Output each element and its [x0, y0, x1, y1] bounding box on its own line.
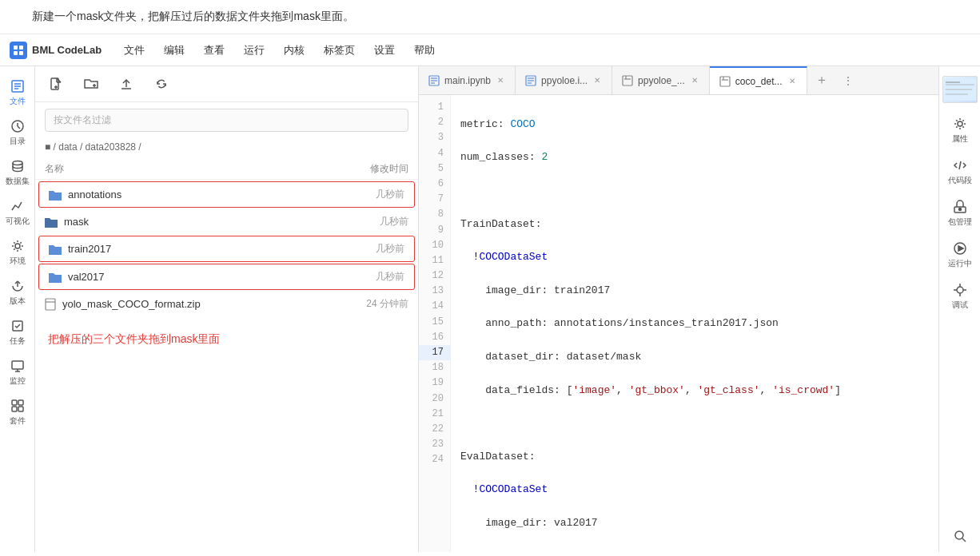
app-title: BML CodeLab	[32, 44, 102, 56]
tab-coco-det-close[interactable]: ✕	[787, 76, 797, 86]
right-sidebar-search[interactable]	[953, 529, 967, 546]
file-list: annotations 几秒前 mask 几秒前 train	[35, 180, 418, 552]
tab-ppyoloe1-close[interactable]: ✕	[592, 75, 602, 85]
file-time-mask: 几秒前	[380, 215, 408, 228]
code-line-7: anno_path: annotations/instances_train20…	[460, 316, 929, 332]
menu-run[interactable]: 运行	[234, 34, 274, 66]
sidebar-item-monitor[interactable]: 监控	[0, 352, 35, 392]
sidebar-item-files[interactable]: 文件	[0, 73, 35, 113]
svg-rect-45	[720, 77, 730, 86]
logo-icon	[10, 42, 27, 59]
tab-add-button[interactable]: ＋	[807, 72, 836, 89]
right-sidebar-debug[interactable]: 调试	[939, 276, 981, 317]
folder-name-mask: mask	[64, 216, 89, 228]
thumbnail-preview	[942, 76, 978, 103]
tab-coco-det[interactable]: coco_det... ✕	[710, 66, 807, 95]
menu-file[interactable]: 文件	[114, 34, 154, 66]
tab-ppyoloe2-close[interactable]: ✕	[690, 75, 699, 85]
file-time-annotations: 几秒前	[376, 188, 404, 201]
menu-kernel[interactable]: 内核	[274, 34, 314, 66]
upload-button[interactable]	[115, 73, 137, 95]
file-name-zip: yolo_mask_COCO_format.zip	[62, 298, 201, 310]
file-panel: 按文件名过滤 ■ / data / data203828 / 名称 修改时间 a…	[35, 66, 419, 552]
svg-rect-19	[18, 400, 23, 405]
sidebar-label-monitor: 监控	[10, 375, 26, 387]
right-sidebar-properties[interactable]: 属性	[939, 109, 981, 151]
tab-ppyoloe1[interactable]: ppyoloe.i... ✕	[516, 66, 612, 95]
code-content[interactable]: metric: COCO num_classes: 2 TrainDataset…	[451, 95, 938, 552]
file-time-zip: 24 分钟前	[366, 297, 408, 311]
file-path: ■ / data / data203828 /	[35, 138, 418, 159]
ln-4: 4	[419, 146, 450, 161]
folder-name-train2017: train2017	[68, 243, 111, 255]
svg-rect-2	[14, 51, 18, 55]
file-item-annotations[interactable]: annotations 几秒前	[38, 181, 415, 208]
ln-11: 11	[419, 253, 450, 268]
code-line-1: metric: COCO	[460, 117, 929, 133]
svg-marker-58	[958, 246, 963, 251]
tab-main-label: main.ipynb	[444, 75, 491, 86]
right-sidebar-pkg-mgr[interactable]: 包管理	[939, 193, 981, 234]
svg-point-56	[958, 208, 961, 210]
tab-ppyoloe2-label: ppyoloe_...	[638, 75, 685, 86]
svg-rect-42	[623, 76, 632, 85]
refresh-button[interactable]	[150, 73, 173, 95]
code-line-8: dataset_dir: dataset/mask	[460, 349, 929, 366]
sidebar-item-viz[interactable]: 可视化	[0, 193, 35, 232]
file-item-mask[interactable]: mask 几秒前	[35, 209, 418, 234]
file-item-train2017[interactable]: train2017 几秒前	[38, 236, 415, 262]
sidebar-label-dataset: 数据集	[6, 176, 30, 187]
ln-21: 21	[419, 407, 450, 422]
ln-20: 20	[419, 391, 450, 407]
sidebar-item-version[interactable]: 版本	[0, 272, 35, 312]
new-file-button[interactable]	[45, 73, 67, 95]
sidebar-label-suite: 套件	[10, 415, 26, 427]
ln-5: 5	[419, 161, 450, 177]
right-sidebar-label-debug: 调试	[952, 300, 968, 311]
file-item-zip[interactable]: yolo_mask_COCO_format.zip 24 分钟前	[35, 292, 418, 316]
svg-line-54	[959, 161, 961, 169]
right-sidebar-code-section[interactable]: 代码段	[939, 151, 981, 193]
tab-main[interactable]: main.ipynb ✕	[419, 66, 516, 95]
ln-3: 3	[419, 130, 450, 145]
tab-more-button[interactable]: ⋮	[836, 74, 860, 87]
ln-10: 10	[419, 238, 450, 253]
tab-ppyoloe2[interactable]: ppyoloe_... ✕	[612, 66, 710, 95]
right-sidebar-running[interactable]: 运行中	[939, 234, 981, 276]
code-line-11: EvalDataset:	[460, 449, 929, 466]
file-item-val2017[interactable]: val2017 几秒前	[38, 264, 415, 290]
svg-rect-3	[19, 51, 23, 55]
ln-17: 17	[419, 345, 450, 360]
menu-view[interactable]: 查看	[194, 34, 234, 66]
menu-settings[interactable]: 设置	[365, 34, 404, 66]
menu-help[interactable]: 帮助	[404, 34, 444, 66]
col-modified: 修改时间	[370, 162, 408, 176]
sidebar-item-suite[interactable]: 套件	[0, 392, 35, 432]
sidebar-item-task[interactable]: 任务	[0, 312, 35, 352]
right-sidebar-label-properties: 属性	[952, 133, 968, 145]
menu-tabs[interactable]: 标签页	[314, 34, 365, 66]
sidebar-item-env[interactable]: 环境	[0, 232, 35, 272]
new-folder-button[interactable]	[80, 73, 102, 95]
code-line-3	[460, 183, 929, 200]
sidebar-label-viz: 可视化	[6, 216, 30, 227]
file-search-input[interactable]: 按文件名过滤	[45, 109, 408, 132]
code-line-14: anno_path: annotations/instances_val2017…	[460, 549, 929, 552]
svg-point-64	[955, 531, 963, 539]
svg-rect-21	[18, 407, 23, 411]
tab-coco-det-label: coco_det...	[735, 76, 783, 87]
right-sidebar-label-pkg: 包管理	[948, 216, 972, 228]
sidebar-label-env: 环境	[10, 256, 26, 267]
svg-rect-32	[46, 299, 55, 310]
file-time-val2017: 几秒前	[376, 270, 404, 284]
sidebar-item-dataset[interactable]: 数据集	[0, 153, 35, 193]
sidebar-label-version: 版本	[10, 296, 26, 307]
menu-edit[interactable]: 编辑	[154, 34, 194, 66]
tab-main-close[interactable]: ✕	[496, 75, 505, 85]
ln-19: 19	[419, 375, 450, 391]
sidebar-item-toc[interactable]: 目录	[0, 113, 35, 153]
icon-sidebar: 文件 目录 数据集	[0, 66, 35, 552]
ln-23: 23	[419, 437, 450, 452]
ln-15: 15	[419, 315, 450, 330]
code-line-5: !COCODataSet	[460, 249, 929, 266]
